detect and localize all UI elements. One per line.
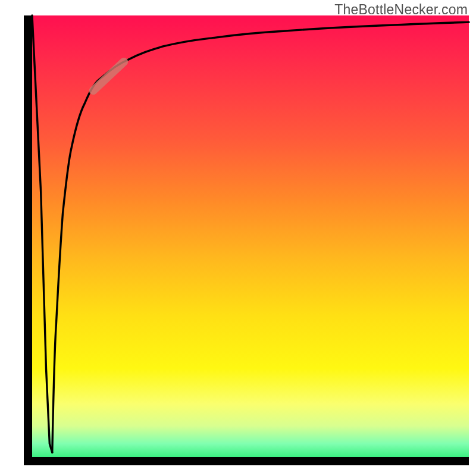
- attribution-label: TheBottleNecker.com: [334, 2, 468, 18]
- x-axis: [24, 457, 469, 465]
- curve-layer: [32, 15, 469, 457]
- curve-marker: [93, 62, 124, 90]
- chart-container: TheBottleNecker.com: [0, 0, 476, 476]
- spike-line: [32, 15, 52, 453]
- main-curve: [52, 22, 469, 452]
- y-axis: [24, 15, 32, 465]
